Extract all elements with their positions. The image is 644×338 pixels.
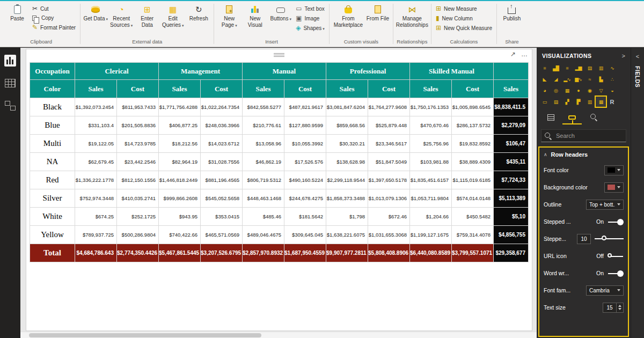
matrix-cell[interactable]: $489,046.4675 xyxy=(243,226,284,244)
column-group-header[interactable]: Skilled Manual xyxy=(410,63,494,80)
matrix-cell[interactable]: $14,723.9785 xyxy=(117,135,159,153)
matrix-cell[interactable]: $1,750,176.1353 xyxy=(410,98,452,116)
matrix-cell[interactable]: $181.5642 xyxy=(284,208,326,226)
matrix-cell[interactable]: $31,028.7556 xyxy=(201,153,243,171)
matrix-cell[interactable]: $127,880.9599 xyxy=(284,116,326,135)
matrix-cell[interactable]: $806,719.5312 xyxy=(243,171,284,189)
viz-icon-100-stacked-bar-chart[interactable]: ▤ xyxy=(584,63,595,73)
viz-icon-waterfall-chart[interactable]: ▙ xyxy=(596,74,606,84)
matrix-cell[interactable]: $490,160.5224 xyxy=(284,171,326,189)
recent-sources-button[interactable]: ◔ Recent Sources xyxy=(108,3,134,29)
publish-button[interactable]: ↑ Publish xyxy=(499,3,525,23)
nav-model-view[interactable] xyxy=(3,98,18,113)
font-family-dropdown[interactable]: Cambria xyxy=(586,285,624,296)
tab-fields[interactable] xyxy=(541,111,560,124)
new-page-button[interactable]: New Page xyxy=(216,3,242,29)
new-measure-button[interactable]: ⊞New Measure xyxy=(436,5,492,12)
manage-relationships-button[interactable]: ⋈ Manage Relationships xyxy=(396,3,429,29)
matrix-total-cell[interactable]: $5,467,861.5445 xyxy=(159,244,201,262)
row-headers-header[interactable]: ∧ Row headers xyxy=(539,148,628,161)
matrix-cell[interactable]: $309,645.045 xyxy=(284,226,326,244)
matrix-cell[interactable]: $1,053,711.9804 xyxy=(410,189,452,208)
matrix-cell[interactable]: $252.1725 xyxy=(117,208,159,226)
background-color-dropdown[interactable] xyxy=(604,182,624,193)
measure-header[interactable]: Sales xyxy=(159,80,201,98)
stepper-down-icon[interactable] xyxy=(618,308,621,310)
matrix-cell[interactable]: $1,115,019.6185 xyxy=(452,171,494,189)
matrix-cell[interactable]: $672.46 xyxy=(368,208,410,226)
matrix-total-cell[interactable]: $1,687,950.4559 xyxy=(284,244,326,262)
matrix-cell[interactable]: $46,862.19 xyxy=(243,153,284,171)
measure-header[interactable]: Sales xyxy=(410,80,452,98)
matrix-cell[interactable]: $470,670.46 xyxy=(410,116,452,135)
matrix-cell[interactable]: $1,013,079.1306 xyxy=(368,189,410,208)
matrix-cell[interactable]: $1,397,650.5178 xyxy=(368,171,410,189)
matrix-cell[interactable]: $759,314.4078 xyxy=(452,226,494,244)
row-header-multi[interactable]: Multi xyxy=(30,135,75,153)
scrollbar-thumb[interactable] xyxy=(29,333,261,337)
matrix-cell[interactable]: $999,866.2608 xyxy=(159,189,201,208)
refresh-button[interactable]: ↻ Refresh xyxy=(186,3,211,23)
viz-icon-kpi[interactable]: ▞ xyxy=(562,97,572,107)
matrix-cell[interactable]: $18,212.56 xyxy=(159,135,201,153)
matrix-cell[interactable]: $62,679.45 xyxy=(75,153,117,171)
row-header-white[interactable]: White xyxy=(30,208,75,226)
more-options-icon[interactable]: … xyxy=(521,50,528,58)
matrix-cell[interactable]: $331,103.4 xyxy=(75,116,117,135)
search-input[interactable] xyxy=(555,132,623,139)
cut-button[interactable]: ✂Cut xyxy=(32,5,76,12)
matrix-cell[interactable]: $450.5482 xyxy=(452,208,494,226)
matrix-cell[interactable]: $1,199,127.1675 xyxy=(410,226,452,244)
stepper-arrows[interactable] xyxy=(616,303,623,312)
matrix-visual[interactable]: OccupationClericalManagementManualProfes… xyxy=(30,62,529,262)
matrix-cell[interactable]: $500,286.9804 xyxy=(117,226,159,244)
matrix-total-cell-partial[interactable]: $29,358,677 xyxy=(494,244,529,262)
new-column-button[interactable]: ▮New Column xyxy=(436,15,492,21)
viz-icon-line-chart[interactable]: ∿ xyxy=(607,63,617,73)
matrix-total-cell[interactable]: $2,857,970.8932 xyxy=(243,244,284,262)
measure-header-partial[interactable]: Sales xyxy=(494,80,529,98)
edit-queries-button[interactable]: ▦ Edit Queries xyxy=(160,3,186,29)
matrix-cell[interactable]: $545,052.5658 xyxy=(201,189,243,208)
matrix-cell[interactable]: $2,299,118.9544 xyxy=(326,171,368,189)
viz-icon-stacked-area-chart[interactable]: ◢ xyxy=(551,74,561,84)
matrix-cell-partial[interactable]: $5,10 xyxy=(494,208,529,226)
viz-icon-clustered-bar-chart[interactable]: ≡ xyxy=(562,63,572,73)
matrix-cell[interactable]: $82,964.19 xyxy=(159,153,201,171)
matrix-cell[interactable]: $248,036.3966 xyxy=(201,116,243,135)
buttons-button[interactable]: Buttons xyxy=(268,3,294,23)
paste-button[interactable]: Paste xyxy=(4,3,30,23)
matrix-cell-partial[interactable]: $7,724,33 xyxy=(494,171,529,189)
matrix-cell[interactable]: $1,858,373.3488 xyxy=(326,189,368,208)
from-file-button[interactable]: From File xyxy=(365,3,391,23)
slider-knob[interactable] xyxy=(602,236,606,240)
measure-header[interactable]: Sales xyxy=(75,80,117,98)
outline-dropdown[interactable]: Top + bott... xyxy=(586,200,624,210)
matrix-cell[interactable]: $789,937.725 xyxy=(75,226,117,244)
matrix-cell-partial[interactable]: $106,47 xyxy=(494,135,529,153)
viz-icon-stacked-column-chart[interactable]: ▄█ xyxy=(551,63,561,73)
image-button[interactable]: ▣Image xyxy=(296,15,325,21)
viz-icon-slicer[interactable]: ▛ xyxy=(573,97,583,107)
matrix-cell-partial[interactable]: $4,856,755 xyxy=(494,226,529,244)
matrix-cell[interactable]: $286,137.5732 xyxy=(452,116,494,135)
url-icon-toggle[interactable] xyxy=(608,252,624,260)
matrix-cell[interactable]: $38,889.4309 xyxy=(452,153,494,171)
format-painter-button[interactable]: ✎Format Painter xyxy=(32,24,76,31)
corner-header-color[interactable]: Color xyxy=(30,80,75,98)
row-header-na[interactable]: NA xyxy=(30,153,75,171)
viz-icon-scatter-chart[interactable]: ∴ xyxy=(607,74,617,84)
measure-header[interactable]: Cost xyxy=(368,80,410,98)
nav-report-view[interactable] xyxy=(3,53,18,68)
tab-analytics[interactable] xyxy=(584,111,603,124)
matrix-total-cell[interactable]: $3,799,557.1071 xyxy=(452,244,494,262)
measure-header[interactable]: Cost xyxy=(201,80,243,98)
measure-header[interactable]: Cost xyxy=(452,80,494,98)
viz-icon-funnel[interactable]: ▽ xyxy=(596,85,606,95)
matrix-cell[interactable]: $1,392,073.2454 xyxy=(75,98,117,116)
word-wrap-toggle[interactable] xyxy=(608,269,624,277)
viz-icon-gauge[interactable]: ◒ xyxy=(607,85,617,95)
matrix-cell[interactable]: $1,798 xyxy=(326,208,368,226)
corner-header-occupation[interactable]: Occupation xyxy=(30,63,75,80)
matrix-total-cell[interactable]: $4,684,786.643 xyxy=(75,244,117,262)
